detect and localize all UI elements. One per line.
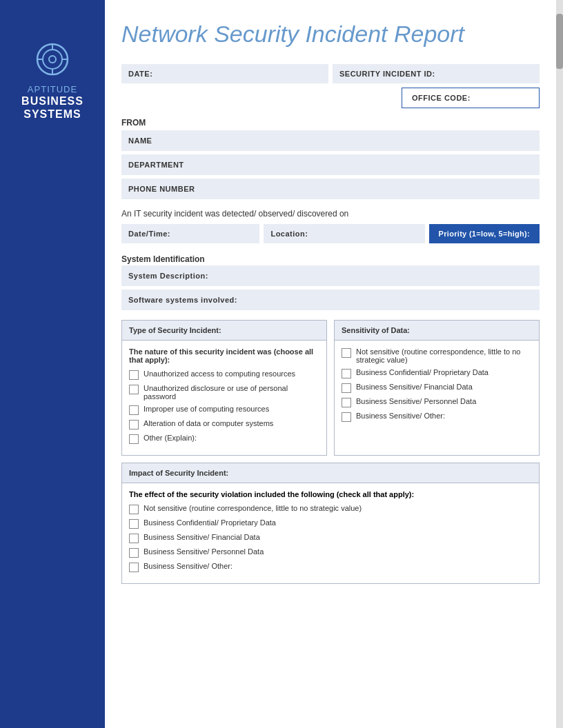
impact-item-3: Business Sensitive/ Personnel Data — [129, 547, 532, 558]
date-field[interactable]: DATE: — [121, 64, 328, 83]
svg-point-2 — [49, 56, 56, 63]
sensitivity-checkbox-3[interactable] — [342, 398, 351, 407]
sensitivity-box: Sensitivity of Data: Not sensitive (rout… — [334, 320, 540, 456]
priority-button[interactable]: Priority (1=low, 5=high): — [429, 224, 540, 243]
sensitivity-item-2: Business Sensitive/ Financial Data — [342, 383, 532, 393]
sensitivity-item-3: Business Sensitive/ Personnel Data — [342, 397, 532, 407]
department-field[interactable]: DEPARTMENT — [121, 154, 540, 175]
impact-header: Impact of Security Incident: — [122, 463, 539, 483]
name-field[interactable]: NAME — [121, 130, 540, 151]
sidebar-title-top: APTITUDE — [28, 84, 77, 94]
sensitivity-checkbox-1[interactable] — [342, 369, 351, 378]
svg-point-1 — [43, 50, 62, 69]
office-code-field[interactable]: OFFICE CODE: — [402, 88, 540, 108]
checkbox-item-4: Other (Explain): — [129, 434, 319, 444]
security-incident-id-field[interactable]: SECURITY INCIDENT ID: — [333, 64, 540, 83]
impact-checkbox-4[interactable] — [129, 563, 139, 572]
checkbox-item-3: Alteration of data or computer systems — [129, 419, 319, 429]
software-systems-field[interactable]: Software systems involved: — [121, 290, 540, 310]
impact-item-4: Business Sensitive/ Other: — [129, 562, 532, 572]
checkbox-item-1: Unauthorized disclosure or use of person… — [129, 384, 319, 401]
sidebar: APTITUDE BUSINESS SYSTEMS — [0, 0, 105, 728]
impact-checkbox-2[interactable] — [129, 534, 139, 543]
scrollbar[interactable] — [556, 0, 563, 728]
scrollbar-thumb[interactable] — [556, 14, 563, 69]
impact-item-2: Business Sensitive/ Financial Data — [129, 533, 532, 543]
checkbox-4[interactable] — [129, 434, 139, 444]
date-incident-row: DATE: SECURITY INCIDENT ID: — [121, 64, 540, 83]
datetime-location-priority-row: Date/Time: Location: Priority (1=low, 5=… — [121, 224, 540, 243]
sensitivity-checkbox-2[interactable] — [342, 383, 351, 393]
checkbox-item-2: Improper use of computing resources — [129, 405, 319, 415]
report-title: Network Security Incident Report — [121, 21, 540, 48]
checkbox-0[interactable] — [129, 370, 139, 380]
checkbox-2[interactable] — [129, 405, 139, 415]
incident-type-box: Type of Security Incident: The nature of… — [121, 320, 327, 456]
incident-type-header: Type of Security Incident: — [122, 321, 326, 341]
impact-checkbox-0[interactable] — [129, 505, 139, 514]
location-field[interactable]: Location: — [264, 224, 424, 243]
impact-item-0: Not sensitive (routine correspondence, l… — [129, 504, 532, 514]
checkbox-item-0: Unauthorized access to computing resourc… — [129, 370, 319, 380]
impact-checkbox-1[interactable] — [129, 519, 139, 529]
impact-checkbox-3[interactable] — [129, 548, 139, 558]
sensitivity-header: Sensitivity of Data: — [335, 321, 539, 341]
form-section: DATE: SECURITY INCIDENT ID: OFFICE CODE:… — [121, 64, 540, 584]
from-label: FROM — [121, 112, 540, 130]
main-content: Network Security Incident Report DATE: S… — [105, 0, 556, 611]
impact-body: The effect of the security violation inc… — [122, 483, 539, 583]
impact-item-1: Business Confidential/ Proprietary Data — [129, 518, 532, 529]
sensitivity-body: Not sensitive (routine correspondence, l… — [335, 341, 539, 433]
sensitivity-checkbox-0[interactable] — [342, 348, 351, 358]
incident-type-body: The nature of this security incident was… — [122, 341, 326, 455]
datetime-field[interactable]: Date/Time: — [121, 224, 259, 243]
sensitivity-item-4: Business Sensitive/ Other: — [342, 412, 532, 422]
nature-text: The nature of this security incident was… — [129, 347, 319, 364]
phone-field[interactable]: PHONE NUMBER — [121, 179, 540, 199]
system-identification-label: System Identification — [121, 249, 540, 265]
sidebar-title-main: BUSINESS SYSTEMS — [21, 94, 83, 121]
checkbox-3[interactable] — [129, 420, 139, 429]
target-icon — [34, 41, 70, 77]
effect-text: The effect of the security violation inc… — [129, 490, 532, 498]
incident-sensitivity-columns: Type of Security Incident: The nature of… — [121, 320, 540, 456]
system-description-field[interactable]: System Description: — [121, 265, 540, 286]
sensitivity-checkbox-4[interactable] — [342, 412, 351, 422]
impact-section: Impact of Security Incident: The effect … — [121, 463, 540, 584]
incident-detected-text: An IT security incident was detected/ ob… — [121, 209, 540, 219]
office-code-row: OFFICE CODE: — [121, 88, 540, 108]
checkbox-1[interactable] — [129, 385, 139, 394]
sensitivity-item-1: Business Confidential/ Proprietary Data — [342, 368, 532, 378]
sensitivity-item-0: Not sensitive (routine correspondence, l… — [342, 347, 532, 364]
